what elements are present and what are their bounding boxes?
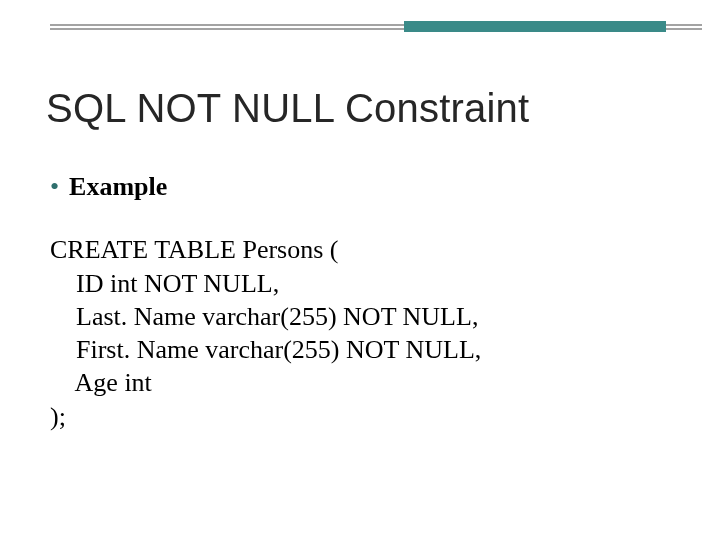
code-line: Age int xyxy=(50,366,660,399)
code-block: CREATE TABLE Persons ( ID int NOT NULL, … xyxy=(50,233,660,433)
bullet-item: • Example xyxy=(50,170,660,203)
code-line: ID int NOT NULL, xyxy=(50,267,660,300)
slide-title: SQL NOT NULL Constraint xyxy=(46,86,674,131)
slide: SQL NOT NULL Constraint • Example CREATE… xyxy=(0,0,720,540)
bullet-dot-icon: • xyxy=(50,174,59,200)
code-line: Last. Name varchar(255) NOT NULL, xyxy=(50,300,660,333)
code-line: CREATE TABLE Persons ( xyxy=(50,233,660,266)
code-line: ); xyxy=(50,400,660,433)
slide-top-rule xyxy=(50,24,702,40)
code-line: First. Name varchar(255) NOT NULL, xyxy=(50,333,660,366)
bullet-label: Example xyxy=(69,170,167,203)
slide-body: • Example CREATE TABLE Persons ( ID int … xyxy=(50,170,660,433)
slide-top-accent-bar xyxy=(404,21,666,32)
